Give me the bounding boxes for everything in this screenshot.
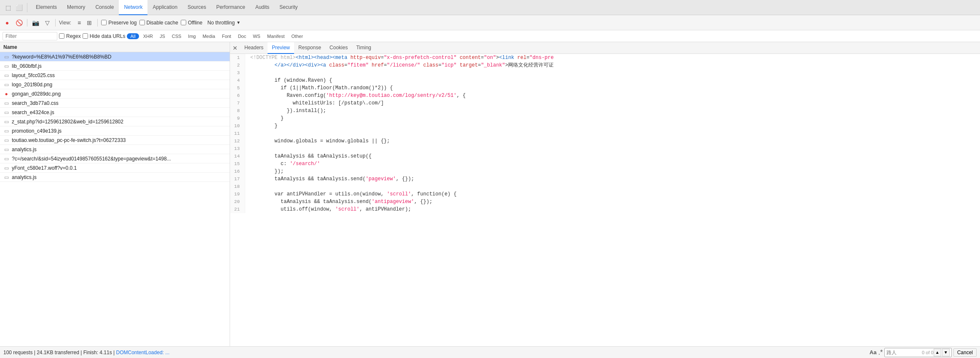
line-content: }); [245,168,284,175]
inspect-icon[interactable]: ⬚ [3,3,13,12]
code-viewer[interactable]: 1<!DOCTYPE html><html><head><meta http-e… [230,54,980,346]
type-all-btn[interactable]: All [127,33,139,39]
clear-btn[interactable]: 🚫 [14,18,24,27]
offline-label[interactable]: Offline [181,20,202,26]
tab-performance[interactable]: Performance [211,0,250,15]
cancel-btn[interactable]: Cancel [953,348,977,357]
filter-icon-btn[interactable]: ▽ [43,18,52,27]
disable-cache-label[interactable]: Disable cache [139,20,178,26]
file-list: ▭ ?keyword=%E8%A1%97%E6%8B%B8%BD ▭ lib_0… [0,52,230,346]
file-item[interactable]: ▭ promotion_c49e139.js [0,126,230,136]
search-aa-btn[interactable]: Aa [870,349,877,355]
type-css-btn[interactable]: CSS [169,33,184,39]
preserve-log-label[interactable]: Preserve log [101,20,137,26]
bottom-status: 100 requests | 24.1KB transferred | Fini… [3,350,870,355]
line-number: 13 [230,145,245,152]
tab-headers[interactable]: Headers [240,42,268,54]
code-line: 7 whitelistUrls: [/pstatp\.com/] [230,99,980,107]
search-nav: ▲ ▼ [934,349,950,356]
line-content [245,69,250,77]
type-js-btn[interactable]: JS [157,33,168,39]
file-icon-doc: ▭ [3,137,9,143]
close-detail-btn[interactable]: ✕ [233,45,238,51]
type-ws-btn[interactable]: WS [250,33,263,39]
view-label: View: [59,20,71,26]
filter-input[interactable] [3,32,57,40]
type-other-btn[interactable]: Other [289,33,306,39]
regex-label[interactable]: Regex [59,33,81,39]
file-list-panel: Name ▭ ?keyword=%E8%A1%97%E6%8B%B8%BD ▭ … [0,42,230,346]
file-item[interactable]: ▭ search_e4324ce.js [0,108,230,117]
line-number: 20 [230,198,245,206]
file-name: ?keyword=%E8%A1%97%E6%8B%B8%BD [12,54,111,60]
file-item[interactable]: ▭ layout_5fcc025.css [0,71,230,80]
tab-security[interactable]: Security [274,0,303,15]
capture-screenshot-btn[interactable]: 📷 [31,18,40,27]
hide-data-urls-label[interactable]: Hide data URLs [83,33,126,39]
line-number: 8 [230,107,245,115]
line-number: 9 [230,115,245,122]
type-img-btn[interactable]: Img [185,33,198,39]
tab-elements[interactable]: Elements [31,0,62,15]
line-number: 6 [230,92,245,99]
offline-text: Offline [188,20,202,26]
code-line: 18 [230,183,980,190]
tab-timing[interactable]: Timing [352,42,375,54]
regex-checkbox[interactable] [59,33,64,39]
code-line: 1<!DOCTYPE html><html><head><meta http-e… [230,54,980,61]
tab-cookies[interactable]: Cookies [325,42,352,54]
line-number: 16 [230,168,245,175]
file-item[interactable]: ▭ z_stat.php?id=1259612802&web_id=125961… [0,117,230,126]
view-group-btn[interactable]: ⊞ [85,18,94,27]
file-item[interactable]: ▭ ?c=/search/&sid=54izyeud01498576055162… [0,154,230,163]
file-item[interactable]: ▭ analytics.js [0,173,230,182]
dom-content-loaded-link[interactable]: DOMContentLoaded: ... [116,350,170,355]
file-item[interactable]: ▭ ?keyword=%E8%A1%97%E6%8B%B8%BD [0,52,230,61]
detail-panel: ✕ Headers Preview Response Cookies Timin… [230,42,980,346]
search-input[interactable] [886,350,920,355]
search-dot-btn[interactable]: .* [878,349,883,356]
tab-network[interactable]: Network [119,0,147,15]
tab-sources[interactable]: Sources [182,0,211,15]
view-list-btn[interactable]: ≡ [75,18,84,27]
throttle-select[interactable]: No throttling ▼ [205,19,243,27]
line-number: 4 [230,77,245,84]
search-prev-btn[interactable]: ▲ [934,349,941,356]
record-stop-btn[interactable]: ● [3,18,12,27]
line-number: 7 [230,99,245,107]
offline-checkbox[interactable] [181,20,186,25]
type-font-btn[interactable]: Font [220,33,234,39]
hide-data-urls-checkbox[interactable] [83,33,88,39]
tab-response[interactable]: Response [294,42,325,54]
file-item[interactable]: ▭ yFont_c580e17.woff?v=0.0.1 [0,163,230,173]
type-xhr-btn[interactable]: XHR [141,33,155,39]
line-content [245,183,250,190]
type-doc-btn[interactable]: Doc [236,33,249,39]
tab-application[interactable]: Application [147,0,182,15]
file-name: gongan_d0289dc.png [12,91,61,97]
line-content: whitelistUrls: [/pstatp\.com/] [245,99,384,107]
type-manifest-btn[interactable]: Manifest [265,33,287,39]
preserve-log-checkbox[interactable] [101,20,107,25]
file-item[interactable]: ▭ logo_201f80d.png [0,80,230,89]
tab-audits[interactable]: Audits [250,0,274,15]
file-icon-doc: ▭ [3,165,9,171]
file-item[interactable]: ▭ lib_060bfbf.js [0,61,230,71]
tab-memory[interactable]: Memory [62,0,90,15]
file-name: yFont_c580e17.woff?v=0.0.1 [12,165,77,171]
file-icon-doc: ▭ [3,174,9,180]
line-content: c: '/search/' [245,160,320,168]
tab-preview[interactable]: Preview [268,42,294,54]
code-line: 16 }); [230,168,980,175]
search-next-btn[interactable]: ▼ [942,349,950,356]
file-item[interactable]: ● gongan_d0289dc.png [0,89,230,99]
device-icon[interactable]: ⬜ [14,3,24,12]
disable-cache-checkbox[interactable] [139,20,145,25]
file-item[interactable]: ▭ search_3db77a0.css [0,99,230,108]
line-number: 3 [230,69,245,77]
code-line: 12 window.globals = window.globals || {}… [230,137,980,145]
type-media-btn[interactable]: Media [200,33,218,39]
tab-console[interactable]: Console [90,0,119,15]
file-item[interactable]: ▭ analytics.js [0,145,230,154]
file-item[interactable]: ▭ toutiao.web.toutiao_pc-pc-fe-switch.js… [0,136,230,145]
